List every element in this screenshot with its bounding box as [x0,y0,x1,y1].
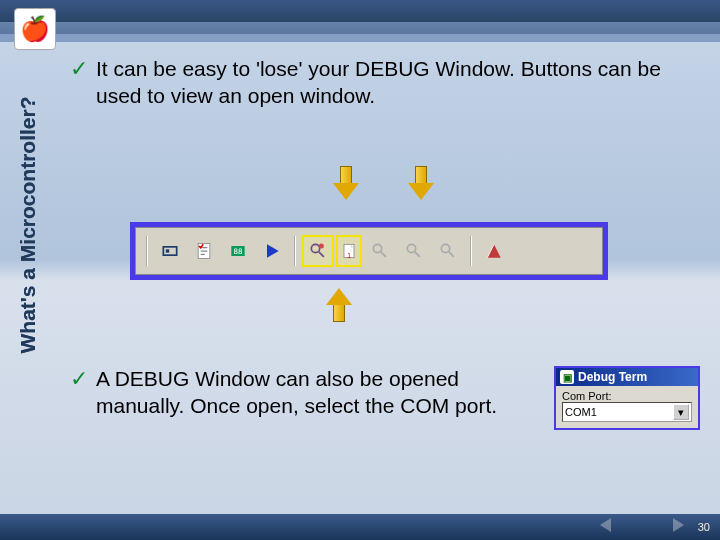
svg-rect-1 [166,249,169,252]
slide-side-title: What's a Microcontroller? [10,60,46,390]
comport-select[interactable]: COM1 ▾ [562,402,692,422]
arrow-down-icon [410,166,432,200]
toolbar-separator [294,236,296,266]
nav-arrows [600,518,683,536]
svg-point-9 [373,244,381,252]
debug2-icon[interactable] [364,235,396,267]
svg-point-11 [441,244,449,252]
terminal-icon: ▣ [560,370,574,384]
bullet-2: ✓ A DEBUG Window can also be opened manu… [70,366,542,420]
svg-rect-0 [163,247,176,255]
debug-terminal-window: ▣ Debug Term Com Port: COM1 ▾ [554,366,700,430]
debug4-icon[interactable] [432,235,464,267]
next-slide-icon[interactable] [673,518,684,532]
stamps-in-class-logo: 🍎 [14,8,56,50]
toolbar-screenshot: 88 1 [130,222,608,280]
svg-point-10 [407,244,415,252]
comport-value: COM1 [565,406,597,418]
header-band-2 [0,34,720,42]
checklist-icon[interactable] [188,235,220,267]
svg-point-6 [319,244,324,249]
footer-band: 30 [0,514,720,540]
toolbar: 88 1 [135,227,603,275]
debug3-icon[interactable] [398,235,430,267]
help-icon[interactable] [478,235,510,267]
arrow-up-icon [328,288,350,322]
svg-text:1: 1 [347,252,351,259]
check-icon: ✓ [70,56,88,82]
toolbar-separator [470,236,472,266]
chevron-down-icon[interactable]: ▾ [673,404,689,420]
check-icon: ✓ [70,366,88,392]
prev-slide-icon[interactable] [600,518,611,532]
svg-point-5 [311,244,319,252]
svg-text:88: 88 [233,247,243,256]
bullet-2-text: A DEBUG Window can also be opened manual… [96,366,542,420]
arrow-pointing-up [328,288,350,322]
id-chip-icon[interactable] [154,235,186,267]
bullet-1-text: It can be easy to 'lose' your DEBUG Wind… [96,56,700,110]
debug-new-icon[interactable]: 1 [336,235,362,267]
header-band [0,0,720,22]
toolbar-separator [146,236,148,266]
comport-label: Com Port: [562,390,692,402]
debug1-icon[interactable] [302,235,334,267]
debug-terminal-title: Debug Term [578,370,647,384]
home-slide-icon[interactable] [623,518,637,532]
slide-content: ✓ It can be easy to 'lose' your DEBUG Wi… [70,56,700,510]
page-number: 30 [698,521,710,533]
debug-terminal-titlebar: ▣ Debug Term [556,368,698,386]
arrow-down-icon [335,166,357,200]
chip-88-icon[interactable]: 88 [222,235,254,267]
refresh-slide-icon[interactable] [647,518,661,532]
play-icon[interactable] [256,235,288,267]
bullet-1: ✓ It can be easy to 'lose' your DEBUG Wi… [70,56,700,110]
